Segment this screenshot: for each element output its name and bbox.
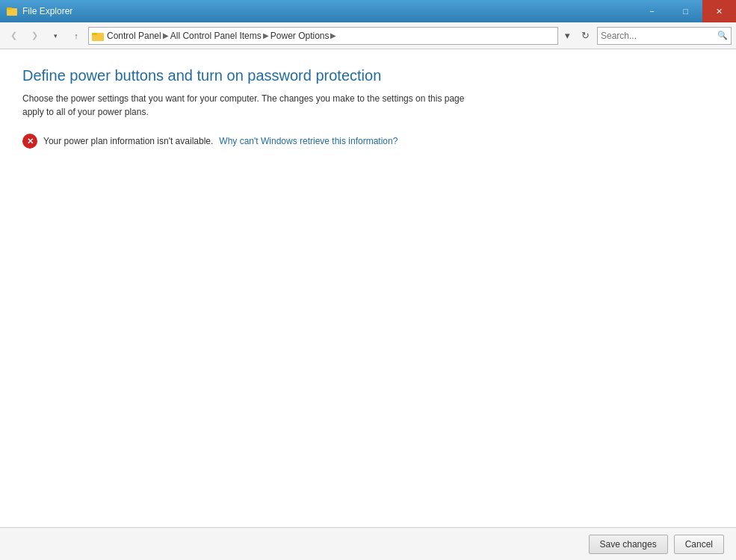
app-icon bbox=[6, 5, 18, 17]
address-bar: ❮ ❯ ▾ ↑ Control Panel ▶ All Control Pane… bbox=[0, 22, 736, 49]
window-title: File Explorer bbox=[22, 6, 72, 16]
address-box[interactable]: Control Panel ▶ All Control Panel Items … bbox=[88, 27, 558, 45]
svg-rect-4 bbox=[92, 33, 97, 35]
error-message: Your power plan information isn't availa… bbox=[43, 136, 213, 146]
refresh-button[interactable]: ↻ bbox=[576, 27, 594, 45]
error-row: ✕ Your power plan information isn't avai… bbox=[22, 134, 714, 149]
search-input[interactable] bbox=[601, 31, 717, 41]
search-box[interactable]: 🔍 bbox=[597, 27, 732, 45]
forward-button[interactable]: ❯ bbox=[25, 27, 43, 45]
title-bar: File Explorer − □ ✕ bbox=[0, 0, 736, 22]
dropdown-arrow-button[interactable]: ▾ bbox=[46, 27, 64, 45]
breadcrumb: Control Panel ▶ All Control Panel Items … bbox=[107, 31, 554, 41]
minimize-button[interactable]: − bbox=[635, 0, 669, 22]
back-button[interactable]: ❮ bbox=[4, 27, 22, 45]
breadcrumb-power-options: Power Options bbox=[270, 31, 330, 41]
error-icon: ✕ bbox=[22, 134, 37, 149]
main-content: Define power buttons and turn on passwor… bbox=[0, 49, 736, 527]
up-icon: ↑ bbox=[74, 31, 78, 40]
path-icon bbox=[92, 30, 104, 42]
refresh-icon: ↻ bbox=[581, 30, 590, 41]
save-changes-button[interactable]: Save changes bbox=[589, 535, 668, 554]
svg-rect-2 bbox=[7, 7, 12, 10]
cancel-button[interactable]: Cancel bbox=[674, 535, 724, 554]
up-button[interactable]: ↑ bbox=[67, 27, 85, 45]
error-help-link[interactable]: Why can't Windows retrieve this informat… bbox=[219, 136, 398, 146]
page-description: Choose the power settings that you want … bbox=[22, 92, 471, 119]
breadcrumb-control-panel: Control Panel bbox=[107, 31, 161, 41]
page-title: Define power buttons and turn on passwor… bbox=[22, 67, 714, 84]
maximize-button[interactable]: □ bbox=[669, 0, 702, 22]
back-icon: ❮ bbox=[10, 31, 17, 40]
breadcrumb-all-items: All Control Panel Items bbox=[170, 31, 262, 41]
close-button[interactable]: ✕ bbox=[702, 0, 736, 22]
forward-icon: ❯ bbox=[31, 31, 38, 40]
address-dropdown-button[interactable]: ▾ bbox=[561, 27, 573, 45]
bottom-bar: Save changes Cancel bbox=[0, 527, 736, 560]
window-controls: − □ ✕ bbox=[635, 0, 736, 22]
search-icon: 🔍 bbox=[717, 31, 728, 40]
